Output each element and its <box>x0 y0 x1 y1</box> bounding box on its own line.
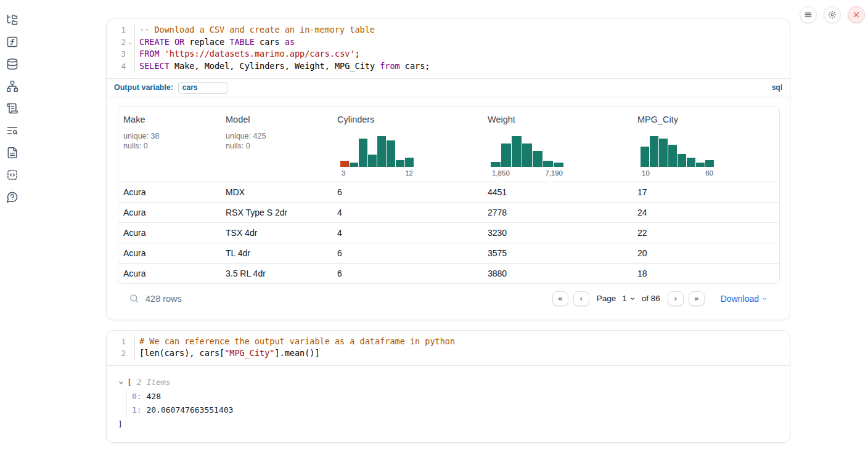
table-cell: 3575 <box>483 248 633 258</box>
pagination: « ‹ Page 1 of 86 › » Download <box>552 291 768 306</box>
download-label: Download <box>721 294 759 304</box>
table-cell: Acura <box>118 187 221 197</box>
table-footer: 428 rows « ‹ Page 1 of 86 › » Download <box>118 284 779 313</box>
search-icon[interactable] <box>129 293 139 304</box>
code-line[interactable]: 4SELECT Make, Model, Cylinders, Weight, … <box>113 60 790 73</box>
histogram-bar[interactable] <box>659 139 668 167</box>
open-bracket: [ <box>127 376 132 390</box>
table-cell: 18 <box>633 269 780 278</box>
code-line[interactable]: 3FROM 'https://datasets.marimo.app/cars.… <box>113 48 790 60</box>
histogram-bar[interactable] <box>533 151 542 167</box>
sql-code-editor[interactable]: 1-- Download a CSV and create an in-memo… <box>107 19 790 78</box>
histogram-bar[interactable] <box>543 161 553 167</box>
data-table: Makeunique: 38nulls: 0Modelunique: 425nu… <box>118 106 780 284</box>
histogram-bar[interactable] <box>387 140 395 167</box>
table-row[interactable]: Acura3.5 RL 4dr6388018 <box>118 263 779 283</box>
menu-button[interactable] <box>800 6 817 23</box>
histogram-bar[interactable] <box>678 154 686 167</box>
database-icon[interactable] <box>6 58 18 70</box>
code-line[interactable]: 2[len(cars), cars["MPG_City"].mean()] <box>113 347 790 360</box>
shutdown-button[interactable] <box>848 6 865 23</box>
settings-button[interactable] <box>824 6 841 23</box>
histogram-bar[interactable] <box>340 161 349 167</box>
table-cell: 4451 <box>483 187 633 197</box>
chevron-down-icon <box>761 296 768 302</box>
table-cell: 24 <box>633 208 780 217</box>
histogram-bar[interactable] <box>359 139 367 167</box>
histogram-bar[interactable] <box>491 162 501 167</box>
table-row[interactable]: AcuraTL 4dr6357520 <box>118 243 779 263</box>
table-cell: 2778 <box>483 208 633 217</box>
file-tree-icon[interactable] <box>6 14 18 26</box>
code-line[interactable]: 1# We can reference the output variable … <box>113 336 790 348</box>
histogram-bar[interactable] <box>687 158 695 167</box>
table-cell: 4 <box>332 228 483 238</box>
function-square-icon[interactable] <box>6 36 18 48</box>
histogram-bar[interactable] <box>650 136 658 167</box>
histogram-bar[interactable] <box>377 136 386 167</box>
sidebar <box>6 14 18 203</box>
table-row[interactable]: AcuraTSX 4dr4323022 <box>118 222 779 243</box>
column-histogram: 1,8507,190 <box>491 132 564 177</box>
histogram-bar[interactable] <box>368 155 377 167</box>
scroll-icon[interactable] <box>6 102 18 115</box>
close-bracket: ] <box>118 418 779 432</box>
logs-search-icon[interactable] <box>6 124 18 137</box>
axis-min-label: 3 <box>342 169 345 177</box>
column-label[interactable]: Make <box>123 115 216 124</box>
column-stats: unique: 425nulls: 0 <box>226 131 327 151</box>
histogram-bar[interactable] <box>501 144 511 167</box>
column-label[interactable]: Model <box>226 115 327 124</box>
output-variable-input[interactable] <box>178 82 227 94</box>
histogram-bar[interactable] <box>641 147 649 167</box>
histogram-bar[interactable] <box>554 163 563 167</box>
column-header-Make: Makeunique: 38nulls: 0 <box>118 107 221 182</box>
code-text: SELECT Make, Model, Cylinders, Weight, M… <box>134 60 430 73</box>
prev-page-button[interactable]: ‹ <box>573 291 589 306</box>
histogram-bar[interactable] <box>668 145 677 167</box>
tree-items: 0: 4281: 20.060747663551403 <box>126 390 779 418</box>
python-code-editor[interactable]: 1# We can reference the output variable … <box>107 331 790 365</box>
table-cell: 6 <box>332 187 483 197</box>
fold-gutter <box>126 60 134 73</box>
python-output-tree: [ 2 Items 0: 4281: 20.060747663551403 ] <box>107 366 790 442</box>
language-badge[interactable]: sql <box>772 83 782 92</box>
fold-gutter <box>126 336 134 348</box>
histogram-bar[interactable] <box>396 160 404 167</box>
code-line[interactable]: 1-- Download a CSV and create an in-memo… <box>113 24 790 36</box>
table-cell: 6 <box>332 269 483 278</box>
histogram-bar[interactable] <box>512 136 522 167</box>
column-label[interactable]: MPG_City <box>637 115 776 124</box>
next-page-button[interactable]: › <box>668 291 684 306</box>
page-label: Page <box>597 294 616 303</box>
snippets-icon[interactable] <box>6 169 18 181</box>
column-label[interactable]: Weight <box>488 115 628 124</box>
axis-max-label: 60 <box>705 169 713 177</box>
row-count: 428 rows <box>145 294 182 304</box>
fold-chevron-icon[interactable]: ⌄ <box>126 36 134 49</box>
table-row[interactable]: AcuraRSX Type S 2dr4277824 <box>118 202 779 222</box>
line-number: 1 <box>113 336 126 348</box>
column-histogram: 312 <box>340 132 414 177</box>
page-total-label: of 86 <box>642 294 660 303</box>
code-line[interactable]: 2⌄CREATE OR replace TABLE cars as <box>113 36 790 49</box>
dependency-graph-icon[interactable] <box>6 80 18 92</box>
histogram-bar[interactable] <box>705 160 714 167</box>
last-page-button[interactable]: » <box>689 291 705 306</box>
help-icon[interactable] <box>6 191 18 203</box>
column-label[interactable]: Cylinders <box>337 115 478 124</box>
histogram-bar[interactable] <box>522 144 532 167</box>
document-icon[interactable] <box>6 147 18 159</box>
download-button[interactable]: Download <box>721 294 768 304</box>
page-select[interactable]: 1 <box>621 293 637 304</box>
column-histogram: 1060 <box>641 132 714 177</box>
histogram-bar[interactable] <box>405 158 414 167</box>
table-cell: TL 4dr <box>221 248 332 258</box>
items-count-label: 2 Items <box>137 376 171 390</box>
collapse-caret-icon[interactable] <box>118 379 125 386</box>
histogram-bar[interactable] <box>350 163 358 167</box>
histogram-bar[interactable] <box>696 163 705 167</box>
column-header-Model: Modelunique: 425nulls: 0 <box>221 107 332 182</box>
table-row[interactable]: AcuraMDX6445117 <box>118 182 779 202</box>
first-page-button[interactable]: « <box>552 291 568 306</box>
